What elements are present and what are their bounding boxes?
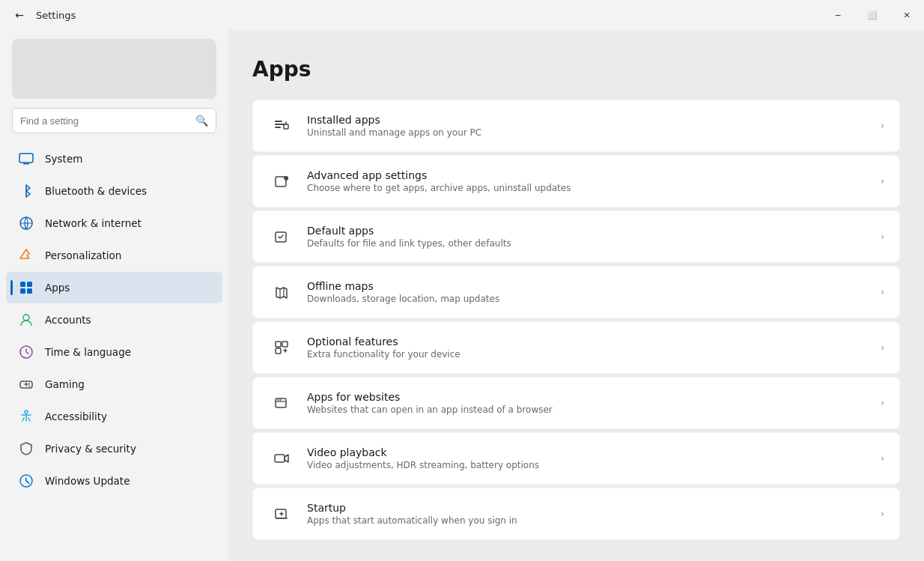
svg-rect-6 [27,288,32,294]
bluetooth-icon [18,183,34,199]
window-controls: − ⬜ ✕ [821,0,924,30]
svg-point-10 [28,383,30,385]
nav-label: Gaming [45,378,210,390]
settings-card-offline-maps[interactable]: Offline maps Downloads, storage location… [252,266,900,318]
titlebar: ← Settings − ⬜ ✕ [0,0,924,30]
sidebar-item-system[interactable]: System [6,143,222,175]
search-icon: 🔍 [195,115,208,127]
svg-rect-1 [23,163,29,165]
sidebar-item-accounts[interactable]: Accounts [6,304,222,336]
accessibility-icon [18,408,34,425]
card-title: Apps for websites [307,391,872,403]
nav-label: Privacy & security [45,443,210,455]
card-description: Defaults for file and link types, other … [307,238,872,249]
nav-label: Accounts [45,314,210,326]
svg-rect-5 [20,288,25,294]
accounts-icon [18,312,34,328]
update-icon [18,473,34,489]
app-body: 🔍 System Bluetooth & devices Network & i… [0,30,924,561]
card-description: Downloads, storage location, map updates [307,294,872,304]
nav-label: Time & language [45,346,210,358]
search-input[interactable] [20,115,195,127]
svg-rect-4 [27,282,32,287]
nav-label: Accessibility [45,410,210,422]
settings-list: Installed apps Uninstall and manage apps… [252,100,900,540]
svg-rect-14 [275,121,282,122]
svg-rect-23 [276,348,281,354]
maps-icon [268,279,295,306]
settings-card-installed-apps[interactable]: Installed apps Uninstall and manage apps… [252,100,900,152]
sidebar-item-privacy[interactable]: Privacy & security [6,433,222,464]
startup-icon [268,500,295,527]
window-title: Settings [36,10,76,21]
advanced-icon [268,168,295,195]
active-indicator [10,280,13,295]
svg-rect-3 [20,282,25,287]
sidebar-item-gaming[interactable]: Gaming [6,369,222,400]
settings-card-default-apps[interactable]: Default apps Defaults for file and link … [252,210,900,263]
sidebar-item-bluetooth[interactable]: Bluetooth & devices [6,175,222,207]
nav-label: Bluetooth & devices [45,185,210,197]
card-description: Apps that start automatically when you s… [307,515,872,526]
websites-icon [268,389,295,416]
settings-card-apps-for-websites[interactable]: Apps for websites Websites that can open… [252,377,900,429]
chevron-right-icon: › [881,121,884,131]
personalization-icon [18,247,34,264]
sidebar-item-personalization[interactable]: Personalization [6,240,222,271]
search-box[interactable]: 🔍 [12,108,216,133]
svg-point-26 [280,399,282,401]
svg-rect-16 [275,127,281,128]
minimize-button[interactable]: − [821,0,855,30]
card-description: Uninstall and manage apps on your PC [307,127,872,138]
card-title: Optional features [307,336,872,348]
svg-point-11 [28,386,30,387]
main-content: Apps Installed apps Uninstall and manage… [228,30,924,561]
sidebar: 🔍 System Bluetooth & devices Network & i… [0,30,228,561]
nav-label: Network & internet [45,217,210,229]
settings-card-video-playback[interactable]: Video playback Video adjustments, HDR st… [252,432,900,485]
settings-card-advanced-app-settings[interactable]: Advanced app settings Choose where to ge… [252,155,900,207]
close-button[interactable]: ✕ [890,0,924,30]
settings-card-startup[interactable]: Startup Apps that start automatically wh… [252,488,900,540]
nav-label: Personalization [45,249,210,261]
svg-point-12 [25,410,28,413]
sidebar-item-update[interactable]: Windows Update [6,465,222,497]
card-title: Installed apps [307,114,872,126]
default-icon [268,223,295,250]
sidebar-item-network[interactable]: Network & internet [6,207,222,239]
svg-point-25 [278,399,279,401]
gaming-icon [18,376,34,392]
card-description: Websites that can open in an app instead… [307,404,872,415]
chevron-right-icon: › [881,509,884,519]
card-description: Extra functionality for your device [307,349,872,360]
card-title: Offline maps [307,280,872,292]
back-button[interactable]: ← [9,4,30,25]
apps-icon [18,279,34,296]
time-icon [18,344,34,360]
sidebar-nav: System Bluetooth & devices Network & int… [0,142,228,497]
chevron-right-icon: › [881,453,884,464]
chevron-right-icon: › [881,398,884,408]
network-icon [18,215,34,231]
page-title: Apps [252,57,900,82]
privacy-icon [18,440,34,457]
settings-card-optional-features[interactable]: Optional features Extra functionality fo… [252,321,900,374]
card-description: Video adjustments, HDR streaming, batter… [307,460,872,470]
svg-point-7 [23,315,29,321]
maximize-button[interactable]: ⬜ [855,0,890,30]
sidebar-item-apps[interactable]: Apps [6,272,222,303]
svg-rect-27 [275,455,285,462]
sidebar-item-time[interactable]: Time & language [6,336,222,368]
nav-label: Apps [45,282,210,294]
svg-rect-22 [282,342,288,347]
chevron-right-icon: › [881,231,884,242]
chevron-right-icon: › [881,287,884,297]
installed-icon [268,112,295,139]
nav-label: System [45,153,210,165]
card-title: Startup [307,502,872,514]
nav-label: Windows Update [45,475,210,487]
svg-rect-21 [276,342,281,347]
card-title: Video playback [307,446,872,458]
sidebar-item-accessibility[interactable]: Accessibility [6,401,222,432]
system-icon [18,151,34,167]
